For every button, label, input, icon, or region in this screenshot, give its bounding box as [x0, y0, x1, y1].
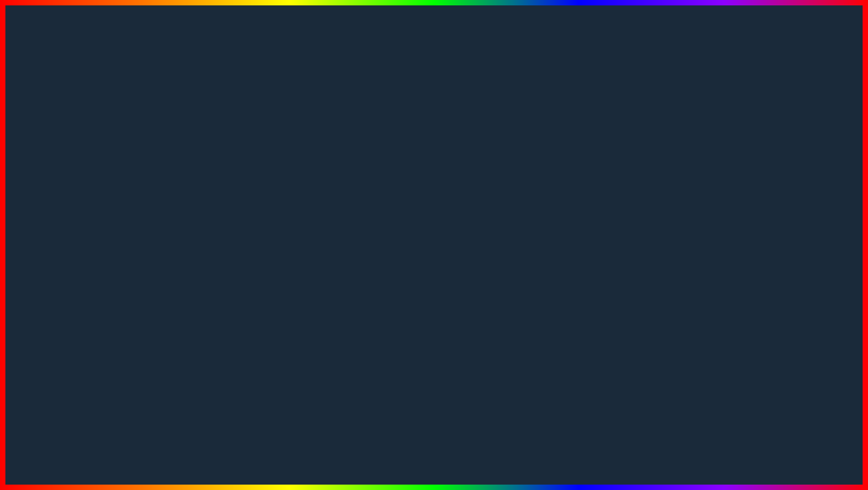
shop-icon: 🛒 — [261, 203, 268, 210]
sidebar-front-stats-label: Stats — [362, 193, 376, 200]
panel-front: Makori HUB 🏠 Genneral 📊 Stats ⚙️ MiscFar… — [342, 151, 747, 312]
sidebar-back-shop[interactable]: 🛒 Shop — [255, 198, 316, 214]
front-players-icon: ✏️ — [351, 295, 358, 303]
sidebar-back-genneral[interactable]: 🏠 Genneral — [255, 130, 316, 146]
auto-aweak-toggle[interactable] — [720, 226, 736, 234]
sidebar-front-players-label: Players — [362, 295, 383, 303]
panel-back-brand: Makori — [260, 114, 283, 122]
m-badge-fruit: M — [417, 263, 426, 270]
panel-front-header: Makori HUB — [343, 152, 745, 168]
sidebar-front-teleport-label: Teleport — [362, 278, 385, 285]
xfruits-brand: ⚔ — [805, 447, 812, 454]
m-badge-raid-hop: M — [417, 191, 426, 198]
toggle-auto-aweak: M Auto Aweak — [413, 223, 741, 238]
char-torso — [110, 261, 160, 333]
home-icon: 🏠 — [261, 134, 268, 142]
sidebar-back-players[interactable]: ✏️ Players — [255, 249, 316, 266]
select-dungeon-label: Select Dungeon : — [417, 245, 462, 252]
get-fruit-toggle[interactable] — [720, 263, 736, 271]
m-badge-autofarm: M — [327, 138, 336, 145]
panel-front-brand: Makori — [350, 156, 373, 164]
panel-back-sidebar: 🏠 Genneral 📊 Stats ⚙️ MiscFarm 🍎 Fruit 🛒 — [253, 127, 318, 269]
m-badge-aweak: M — [417, 227, 426, 234]
sidebar-front-stats[interactable]: 📊 Stats — [345, 188, 406, 205]
panel-back-version: Version|X เวอร์ชั่นเอ็กซ์ — [463, 113, 523, 122]
sidebar-back-miscfarm[interactable]: ⚙️ MiscFarm — [255, 164, 316, 180]
panel-front-main: Wait For Dungeon M Auto Raid Hop M Auto … — [408, 168, 745, 310]
front-fruit-icon: 🍎 — [351, 227, 358, 234]
sidebar-back-teleport-label: Teleport — [272, 237, 295, 244]
auto-raid-hop-label: Auto Raid Hop — [430, 191, 716, 198]
front-gear-icon: ⚙️ — [351, 210, 358, 217]
teleport-icon: 📍 — [261, 237, 268, 244]
sidebar-front-genneral-label: Genneral — [362, 176, 388, 183]
players-icon: ✏️ — [261, 254, 268, 261]
title-area: BLOX FRUITS — [0, 9, 868, 85]
sidebar-back-teleport[interactable]: 📍 Teleport — [255, 232, 316, 249]
panel-back-hub: HUB — [287, 114, 303, 122]
sidebar-front-teleport[interactable]: 📍 Teleport — [345, 274, 406, 290]
sidebar-back-stats[interactable]: 📊 Stats — [255, 147, 316, 163]
update-word: UPDATE — [82, 431, 275, 481]
auto-aweak-label: Auto Aweak — [430, 227, 716, 234]
toggle-auto-raid-hop: M Auto Raid Hop — [413, 187, 741, 202]
sidebar-back-players-label: Players — [272, 254, 293, 261]
front-stats-icon: 📊 — [351, 193, 358, 200]
sidebar-back-raid-label: Raid — [272, 220, 285, 227]
sidebar-front-shop[interactable]: 🛒 Shop — [345, 240, 406, 256]
sidebar-front-shop-label: Shop — [362, 244, 377, 251]
auto-raid-normal-label: Auto Raid Normal [One Click] — [430, 209, 716, 216]
free-text: FREE — [723, 125, 838, 164]
front-home-icon: 🏠 — [351, 176, 358, 183]
xfruits-text: FRUITS — [770, 454, 846, 476]
teleport-to-lab-button[interactable]: Teleport to Lab — [413, 280, 741, 298]
front-shop-icon: 🛒 — [351, 244, 358, 251]
front-teleport-icon: 📍 — [351, 278, 358, 285]
sidebar-back-fruit-label: Fruit — [272, 186, 285, 193]
panel-front-content: 🏠 Genneral 📊 Stats ⚙️ MiscFarm 🍎 Fruit 🛒 — [343, 168, 745, 310]
update-num: 20 — [289, 431, 343, 481]
raid-icon: 🗡️ — [261, 220, 268, 227]
sidebar-back-stats-label: Stats — [272, 151, 286, 159]
autofarm-toggle[interactable] — [504, 138, 520, 146]
sidebar-front-raid[interactable]: 🗡️ Raid — [345, 257, 406, 273]
sidebar-back-shop-label: Shop — [272, 203, 287, 210]
panel-front-hub: HUB — [377, 156, 393, 164]
sidebar-back-genneral-label: Genneral — [272, 134, 298, 142]
sidebar-back-raid[interactable]: 🗡️ Raid — [255, 215, 316, 232]
stats-icon: 📊 — [261, 151, 268, 159]
sidebar-back-miscfarm-label: MiscFarm — [272, 169, 300, 176]
get-fruit-label: Get Fruit Inventory — [430, 263, 716, 270]
nokey-text: NO KEY!! — [724, 159, 837, 186]
sidebar-front-miscfarm[interactable]: ⚙️ MiscFarm — [345, 205, 406, 222]
toggle-autofarm: M Auto Farm — [323, 134, 525, 149]
sidebar-front-fruit[interactable]: 🍎 Fruit — [345, 223, 406, 239]
front-raid-icon: 🗡️ — [351, 261, 358, 268]
toggle-get-fruit: M Get Fruit Inventory — [413, 259, 741, 274]
char-head — [115, 220, 155, 261]
script-word: SCRIPT — [357, 431, 533, 481]
m-badge-raid-normal: M — [417, 209, 426, 216]
sidebar-front-fruit-label: Fruit — [362, 227, 375, 234]
sidebar-front-players[interactable]: ✏️ Players — [345, 291, 406, 307]
panel-front-sidebar: 🏠 Genneral 📊 Stats ⚙️ MiscFarm 🍎 Fruit 🛒 — [343, 168, 408, 310]
chevron-down-icon: ∨ — [731, 244, 736, 253]
sidebar-front-raid-label: Raid — [362, 261, 375, 268]
x-letter: ✕ — [744, 446, 766, 477]
sidebar-front-genneral[interactable]: 🏠 Genneral — [345, 171, 406, 187]
m-badge-auto600: M — [327, 156, 336, 163]
select-dungeon-dropdown[interactable]: Select Dungeon : ∨ — [413, 241, 741, 256]
toggle-auto-raid-normal: M Auto Raid Normal [One Click] — [413, 205, 741, 220]
gear-icon: ⚙️ — [261, 169, 268, 176]
main-title: BLOX FRUITS — [0, 9, 868, 85]
auto-raid-hop-toggle[interactable] — [720, 190, 736, 198]
fruit-icon: 🍎 — [261, 186, 268, 193]
sidebar-back-fruit[interactable]: 🍎 Fruit — [255, 181, 316, 197]
xfruits-logo: ✕ ⚔ FRUITS — [736, 442, 855, 481]
section-wait-dungeon: Wait For Dungeon — [413, 173, 741, 184]
sidebar-front-miscfarm-label: MiscFarm — [362, 210, 389, 217]
autofarm-label: Auto Farm — [340, 138, 501, 145]
panel-back-header: Makori HUB Version|X เวอร์ชั่นเอ็กซ์ — [253, 109, 529, 127]
auto-raid-normal-toggle[interactable] — [720, 208, 736, 216]
free-nokey-label: FREE NO KEY!! — [724, 130, 837, 186]
